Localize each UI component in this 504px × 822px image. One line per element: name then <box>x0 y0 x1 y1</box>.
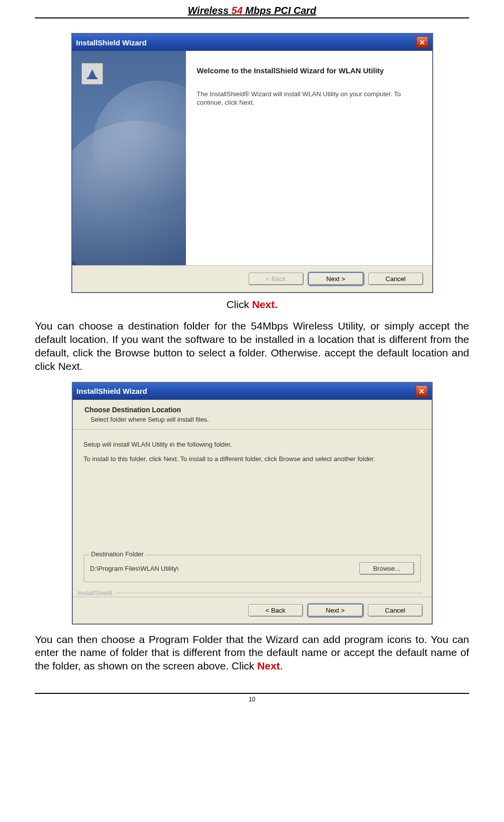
wizard-body: Setup will install WLAN Utility in the f… <box>73 430 432 589</box>
body-line-2: To install to this folder, click Next. T… <box>84 455 403 463</box>
next-button[interactable]: Next > <box>308 604 363 617</box>
welcome-body: The InstallShield® Wizard will install W… <box>197 90 418 107</box>
window-title: InstallShield Wizard <box>76 38 147 47</box>
installshield-brand-row: InstallShield <box>73 589 432 597</box>
installer-icon <box>81 63 103 85</box>
svg-rect-1 <box>87 78 98 79</box>
document-header: Wireless 54 Mbps PCI Card <box>35 5 469 16</box>
cancel-button[interactable]: Cancel <box>368 273 423 285</box>
wizard-body: Welcome to the InstallShield Wizard for … <box>72 51 432 265</box>
window-titlebar: InstallShield Wizard ✕ <box>73 383 432 400</box>
header-mid: 54 <box>231 5 242 16</box>
footer-rule <box>35 693 469 694</box>
wizard-button-row: < Back Next > Cancel <box>73 597 432 624</box>
cancel-button[interactable]: Cancel <box>368 604 423 617</box>
back-button: < Back <box>249 273 304 285</box>
next-button[interactable]: Next > <box>309 273 363 285</box>
wizard-sidebar-graphic <box>72 51 186 265</box>
browse-button[interactable]: Browse... <box>359 562 414 575</box>
paragraph-destination-explain: You can choose a destination folder for … <box>35 320 469 373</box>
step-title: Choose Destination Location <box>85 406 423 414</box>
window-titlebar: InstallShield Wizard ✕ <box>72 34 432 51</box>
close-icon[interactable]: ✕ <box>416 36 428 48</box>
welcome-heading: Welcome to the InstallShield Wizard for … <box>197 66 418 76</box>
wizard-main: Welcome to the InstallShield Wizard for … <box>186 51 432 265</box>
screenshot-welcome-wizard: InstallShield Wizard ✕ Welcome to the In… <box>72 33 433 293</box>
step-subtitle: Select folder where Setup will install f… <box>91 416 423 423</box>
header-pre: Wireless <box>188 5 232 16</box>
body-line-1: Setup will install WLAN Utility in the f… <box>84 441 421 448</box>
window-title: InstallShield Wizard <box>77 387 148 395</box>
destination-folder-legend: Destination Folder <box>89 550 146 558</box>
installshield-brand: InstallShield <box>78 589 113 597</box>
page-number: 10 <box>35 696 469 703</box>
close-icon[interactable]: ✕ <box>416 385 428 397</box>
wizard-button-row: < Back Next > Cancel <box>72 265 432 292</box>
wizard-step-header: Choose Destination Location Select folde… <box>73 400 432 430</box>
destination-folder-frame: Destination Folder D:\Program Files\WLAN… <box>84 555 421 582</box>
svg-marker-0 <box>88 69 96 78</box>
back-button[interactable]: < Back <box>248 604 303 617</box>
screenshot-destination-wizard: InstallShield Wizard ✕ Choose Destinatio… <box>72 382 432 624</box>
paragraph-program-folder: You can then choose a Program Folder tha… <box>35 633 469 673</box>
header-post: Mbps PCI Card <box>243 5 317 16</box>
caption-click-next: Click Next. <box>35 299 469 311</box>
destination-path: D:\Program Files\WLAN Utility\ <box>90 565 179 572</box>
header-rule <box>35 17 469 18</box>
